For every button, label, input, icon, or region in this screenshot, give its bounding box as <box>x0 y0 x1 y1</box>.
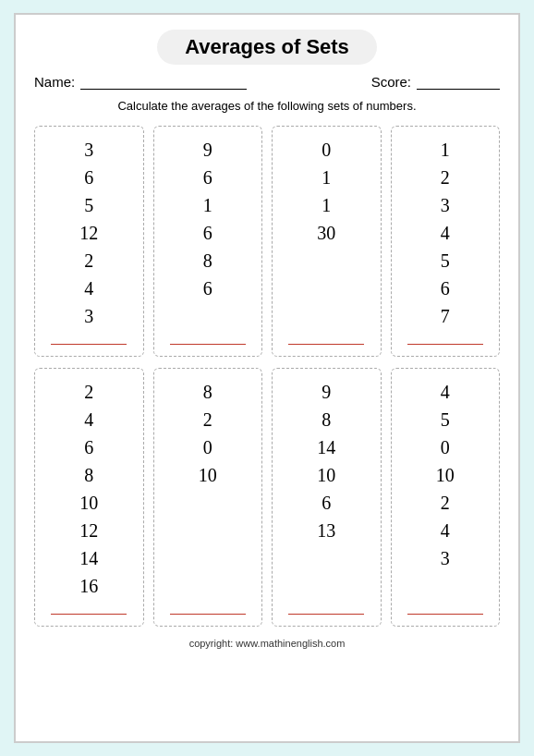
number-card: 981410613 <box>272 368 382 627</box>
number-list: 01130 <box>317 136 335 330</box>
list-item: 14 <box>79 544 98 572</box>
list-item: 1 <box>441 136 450 164</box>
score-underline[interactable] <box>417 75 500 90</box>
list-item: 16 <box>79 572 98 600</box>
list-item: 13 <box>317 517 335 544</box>
list-item: 7 <box>441 302 450 330</box>
answer-line[interactable] <box>170 614 246 615</box>
list-item: 6 <box>84 164 93 191</box>
list-item: 14 <box>317 433 335 461</box>
list-item: 5 <box>441 406 450 433</box>
list-item: 9 <box>322 378 331 406</box>
number-card: 1234567 <box>391 126 501 357</box>
list-item: 1 <box>322 164 331 191</box>
list-item: 30 <box>317 219 335 247</box>
list-item: 4 <box>84 406 93 433</box>
list-item: 9 <box>203 136 212 164</box>
list-item: 5 <box>441 247 450 274</box>
number-card: 961686 <box>153 126 263 357</box>
answer-line[interactable] <box>170 344 246 345</box>
list-item: 4 <box>84 274 93 302</box>
list-item: 3 <box>84 136 93 164</box>
answer-line[interactable] <box>407 614 483 615</box>
number-list: 246810121416 <box>79 378 98 600</box>
list-item: 1 <box>322 191 331 219</box>
list-item: 4 <box>441 378 450 406</box>
list-item: 6 <box>441 274 450 302</box>
number-card: 246810121416 <box>34 368 144 627</box>
list-item: 8 <box>84 461 93 489</box>
answer-line[interactable] <box>407 344 483 345</box>
number-list: 45010243 <box>436 378 455 600</box>
list-item: 10 <box>436 461 455 489</box>
list-item: 3 <box>441 191 450 219</box>
score-field: Score: <box>371 74 500 90</box>
list-item: 6 <box>203 219 212 247</box>
number-list: 961686 <box>203 136 212 330</box>
list-item: 8 <box>203 247 212 274</box>
answer-line[interactable] <box>288 614 364 615</box>
answer-line[interactable] <box>288 344 364 345</box>
list-item: 8 <box>203 378 212 406</box>
name-field: Name: <box>34 74 247 90</box>
worksheet-page: Averages of Sets Name: Score: Calculate … <box>14 13 520 743</box>
list-item: 0 <box>203 433 212 461</box>
score-label: Score: <box>371 74 411 90</box>
answer-line[interactable] <box>51 344 127 345</box>
list-item: 12 <box>79 219 98 247</box>
name-label: Name: <box>34 74 75 90</box>
number-list: 1234567 <box>441 136 450 330</box>
list-item: 3 <box>441 544 450 572</box>
list-item: 12 <box>79 517 98 544</box>
list-item: 10 <box>199 461 217 489</box>
list-item: 6 <box>203 274 212 302</box>
name-underline[interactable] <box>80 75 247 90</box>
list-item: 2 <box>84 378 93 406</box>
number-list: 981410613 <box>317 378 335 600</box>
list-item: 2 <box>441 489 450 517</box>
row2-grid: 2468101214168201098141061345010243 <box>34 368 500 627</box>
list-item: 2 <box>441 164 450 191</box>
list-item: 4 <box>441 219 450 247</box>
list-item: 2 <box>203 406 212 433</box>
answer-line[interactable] <box>51 614 127 615</box>
number-card: 82010 <box>153 368 263 627</box>
copyright: copyright: www.mathinenglish.com <box>34 638 500 649</box>
list-item: 10 <box>317 461 335 489</box>
list-item: 10 <box>79 489 98 517</box>
list-item: 6 <box>203 164 212 191</box>
instructions: Calculate the averages of the following … <box>34 99 500 113</box>
list-item: 1 <box>203 191 212 219</box>
list-item: 3 <box>84 302 93 330</box>
number-list: 82010 <box>199 378 217 600</box>
list-item: 0 <box>441 433 450 461</box>
number-card: 45010243 <box>391 368 501 627</box>
list-item: 8 <box>322 406 331 433</box>
list-item: 6 <box>84 433 93 461</box>
row1-grid: 36512243961686011301234567 <box>34 126 500 357</box>
number-card: 36512243 <box>34 126 144 357</box>
title-container: Averages of Sets <box>34 30 500 65</box>
list-item: 4 <box>441 517 450 544</box>
page-title: Averages of Sets <box>157 30 377 65</box>
number-list: 36512243 <box>79 136 98 330</box>
number-card: 01130 <box>272 126 382 357</box>
list-item: 6 <box>322 489 331 517</box>
name-score-row: Name: Score: <box>34 74 500 90</box>
list-item: 0 <box>322 136 331 164</box>
list-item: 5 <box>84 191 93 219</box>
list-item: 2 <box>84 247 93 274</box>
